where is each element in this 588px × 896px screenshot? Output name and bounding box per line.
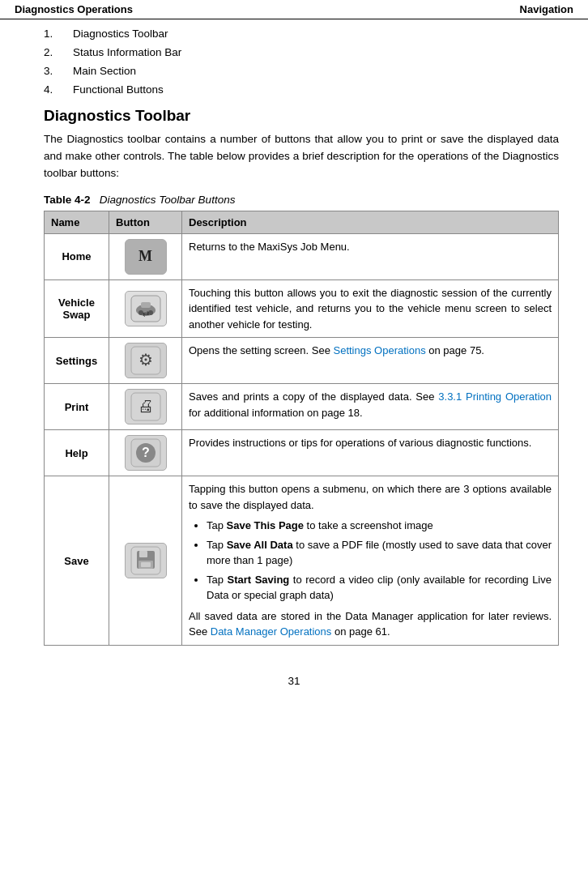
content-area: 1. Diagnostics Toolbar 2. Status Informa… <box>0 19 588 662</box>
row-name-save: Save <box>45 476 109 646</box>
table-row: Help ? Provides instructions or tips for… <box>45 430 559 476</box>
row-button-help: ? <box>109 430 182 476</box>
table-row: VehicleSwap ⇄ <box>45 279 559 338</box>
page-number: 31 <box>288 675 300 687</box>
bullet-item: Tap Save This Page to take a screenshot … <box>207 518 552 534</box>
vehicle-swap-icon: ⇄ <box>125 291 167 326</box>
row-button-vehicle-swap: ⇄ <box>109 279 182 338</box>
page-footer: 31 <box>0 668 588 690</box>
row-desc-vehicle-swap: Touching this button allows you to exit … <box>182 279 559 338</box>
bold-start-saving: Start Saving <box>228 574 290 586</box>
bullet-item: Tap Start Saving to record a video clip … <box>207 572 552 604</box>
save-svg <box>130 546 161 575</box>
list-item: 2. Status Information Bar <box>44 46 559 58</box>
save-bullet-list: Tap Save This Page to take a screenshot … <box>189 518 552 604</box>
header-right: Navigation <box>520 3 573 15</box>
bullet-item: Tap Save All Data to save a PDF file (mo… <box>207 537 552 569</box>
table-caption-italic: Diagnostics Toolbar Buttons <box>100 194 236 206</box>
row-desc-print: Saves and prints a copy of the displayed… <box>182 384 559 430</box>
svg-text:🖨: 🖨 <box>138 397 154 415</box>
table-row: Settings ⚙ Opens the setting screen. See… <box>45 338 559 384</box>
row-desc-settings: Opens the setting screen. See Settings O… <box>182 338 559 384</box>
row-button-save <box>109 476 182 646</box>
page-header: Diagnostics Operations Navigation <box>0 0 588 19</box>
save-intro: Tapping this button opens a submenu, on … <box>189 483 552 511</box>
list-num: 4. <box>44 83 58 96</box>
bold-save-this-page: Save This Page <box>227 519 304 531</box>
list-text: Diagnostics Toolbar <box>73 28 168 40</box>
row-name-settings: Settings <box>45 338 109 384</box>
row-name-vehicle-swap: VehicleSwap <box>45 279 109 338</box>
list-text: Main Section <box>73 65 136 77</box>
table-caption: Table 4-2 Diagnostics Toolbar Buttons <box>44 194 559 206</box>
settings-icon: ⚙ <box>125 343 167 378</box>
print-svg: 🖨 <box>130 392 161 421</box>
row-button-home: M <box>109 233 182 279</box>
numbered-list: 1. Diagnostics Toolbar 2. Status Informa… <box>44 28 559 96</box>
row-button-print: 🖨 <box>109 384 182 430</box>
col-button: Button <box>109 211 182 233</box>
row-name-home: Home <box>45 233 109 279</box>
save-desc-container: Tapping this button opens a submenu, on … <box>189 481 552 640</box>
list-item: 4. Functional Buttons <box>44 83 559 96</box>
list-text: Status Information Bar <box>73 46 181 58</box>
table-row: Save Tapping <box>45 476 559 646</box>
list-num: 1. <box>44 28 58 40</box>
list-num: 2. <box>44 46 58 58</box>
help-icon: ? <box>125 435 167 471</box>
row-desc-save: Tapping this button opens a submenu, on … <box>182 476 559 646</box>
home-button-icon: M <box>125 239 167 275</box>
diagnostics-table: Name Button Description Home M Returns t… <box>44 211 559 646</box>
row-desc-help: Provides instructions or tips for operat… <box>182 430 559 476</box>
svg-text:⚙: ⚙ <box>138 351 153 369</box>
list-item: 3. Main Section <box>44 65 559 77</box>
vehicle-swap-svg: ⇄ <box>130 294 162 323</box>
header-left: Diagnostics Operations <box>15 3 133 15</box>
col-name: Name <box>45 211 109 233</box>
gear-svg: ⚙ <box>130 346 161 375</box>
help-svg: ? <box>130 438 161 467</box>
save-icon <box>125 543 167 578</box>
printing-operation-link[interactable]: 3.3.1 Printing Operation <box>438 390 552 403</box>
svg-rect-18 <box>141 562 151 567</box>
table-row: Home M Returns to the MaxiSys Job Menu. <box>45 233 559 279</box>
save-footer-page: on page 61. <box>331 625 390 638</box>
col-description: Description <box>182 211 559 233</box>
settings-operations-link[interactable]: Settings Operations <box>334 344 426 356</box>
row-name-print: Print <box>45 384 109 430</box>
list-num: 3. <box>44 65 58 77</box>
svg-rect-3 <box>141 302 151 308</box>
data-manager-link[interactable]: Data Manager Operations <box>211 625 332 638</box>
row-name-help: Help <box>45 430 109 476</box>
print-icon: 🖨 <box>125 389 167 425</box>
list-text: Functional Buttons <box>73 83 164 96</box>
svg-text:?: ? <box>142 446 150 459</box>
section-title: Diagnostics Toolbar <box>44 107 559 125</box>
list-item: 1. Diagnostics Toolbar <box>44 28 559 40</box>
section-desc: The Diagnostics toolbar contains a numbe… <box>44 131 559 182</box>
table-header-row: Name Button Description <box>45 211 559 233</box>
row-desc-home: Returns to the MaxiSys Job Menu. <box>182 233 559 279</box>
svg-text:⇄: ⇄ <box>143 309 149 318</box>
table-caption-label: Table 4-2 <box>44 194 91 206</box>
svg-rect-16 <box>139 551 147 557</box>
table-row: Print 🖨 Saves and prints a copy of the d… <box>45 384 559 430</box>
row-button-settings: ⚙ <box>109 338 182 384</box>
bold-save-all-data: Save All Data <box>227 539 293 551</box>
